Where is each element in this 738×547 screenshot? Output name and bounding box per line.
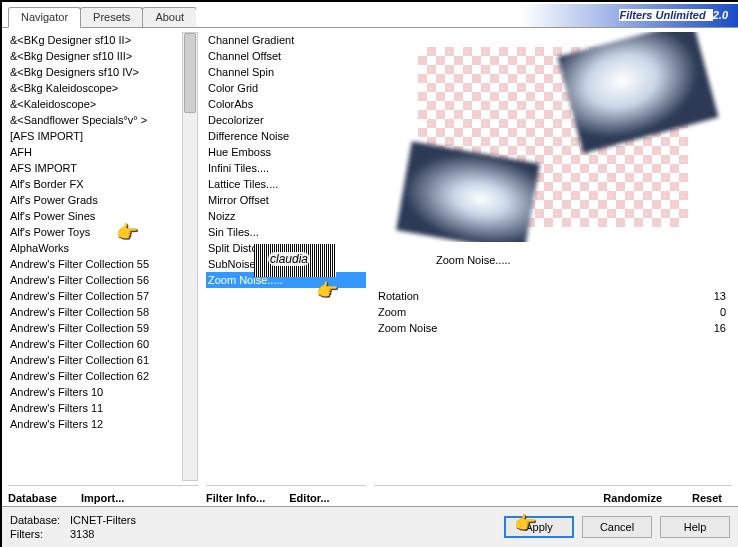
list-item[interactable]: Lattice Tiles.... [206, 176, 366, 192]
scrollbar-thumb[interactable] [184, 33, 196, 113]
list-item[interactable]: Andrew's Filters 12 [8, 416, 182, 432]
list-item[interactable]: Hue Emboss [206, 144, 366, 160]
database-button[interactable]: Database [8, 492, 57, 504]
list-item[interactable]: Alf's Power Toys [8, 224, 182, 240]
preview-effect [557, 32, 718, 153]
list-item[interactable]: &<Sandflower Specials°v° > [8, 112, 182, 128]
db-label: Database: [10, 513, 70, 527]
editor-button[interactable]: Editor... [289, 492, 329, 504]
list-item[interactable]: &<Bkg Kaleidoscope> [8, 80, 182, 96]
list-item[interactable]: Andrew's Filter Collection 62 [8, 368, 182, 384]
status-info: Database:ICNET-Filters Filters:3138 [10, 513, 136, 541]
list-item[interactable]: &<Bkg Designer sf10 III> [8, 48, 182, 64]
list-item[interactable]: Decolorizer [206, 112, 366, 128]
list-item[interactable]: Mirror Offset [206, 192, 366, 208]
title-text: Filters Unlimited [619, 9, 712, 21]
list-item[interactable]: AlphaWorks [8, 240, 182, 256]
param-value: 13 [714, 290, 726, 302]
db-value: ICNET-Filters [70, 514, 136, 526]
cancel-button[interactable]: Cancel [582, 516, 652, 538]
param-name: Rotation [378, 290, 419, 302]
tab-navigator[interactable]: Navigator [8, 7, 81, 28]
help-button[interactable]: Help [660, 516, 730, 538]
list-item[interactable]: Infini Tiles.... [206, 160, 366, 176]
list-item[interactable]: Sin Tiles... [206, 224, 366, 240]
tab-bar: Navigator Presets About Filters Unlimite… [2, 2, 738, 28]
title-version: 2.0 [713, 9, 728, 21]
randomize-button[interactable]: Randomize [603, 492, 662, 504]
param-value: 0 [720, 306, 726, 318]
list-item[interactable]: Noizz [206, 208, 366, 224]
filter-info-button[interactable]: Filter Info... [206, 492, 265, 504]
list-item[interactable]: Channel Spin [206, 64, 366, 80]
parameter-panel: Rotation13Zoom0Zoom Noise16 [374, 278, 732, 336]
param-row[interactable]: Zoom0 [378, 304, 726, 320]
list-item[interactable]: &<BKg Designer sf10 II> [8, 32, 182, 48]
list-item[interactable]: AFS IMPORT [8, 160, 182, 176]
param-row[interactable]: Zoom Noise16 [378, 320, 726, 336]
param-row[interactable]: Rotation13 [378, 288, 726, 304]
apply-button[interactable]: Apply [504, 516, 574, 538]
param-name: Zoom Noise [378, 322, 437, 334]
filters-count-value: 3138 [70, 528, 94, 540]
category-list[interactable]: &<BKg Designer sf10 II>&<Bkg Designer sf… [8, 32, 182, 481]
list-item[interactable]: Channel Gradient [206, 32, 366, 48]
selected-filter-name: Zoom Noise..... [336, 254, 732, 266]
tab-about[interactable]: About [142, 7, 197, 27]
list-item[interactable]: Alf's Border FX [8, 176, 182, 192]
list-item[interactable]: Alf's Power Sines [8, 208, 182, 224]
param-name: Zoom [378, 306, 406, 318]
list-item[interactable]: &<Kaleidoscope> [8, 96, 182, 112]
list-item[interactable]: AFH [8, 144, 182, 160]
list-item[interactable]: Andrew's Filter Collection 61 [8, 352, 182, 368]
list-item[interactable]: Andrew's Filter Collection 56 [8, 272, 182, 288]
filters-count-label: Filters: [10, 527, 70, 541]
import-button[interactable]: Import... [81, 492, 124, 504]
list-item[interactable]: Andrew's Filter Collection 60 [8, 336, 182, 352]
preview-image [418, 47, 688, 227]
preview-area [374, 32, 732, 242]
list-item[interactable]: Channel Offset [206, 48, 366, 64]
list-item[interactable]: Color Grid [206, 80, 366, 96]
list-item[interactable]: Alf's Power Grads [8, 192, 182, 208]
list-item[interactable]: ColorAbs [206, 96, 366, 112]
list-item[interactable]: Andrew's Filter Collection 58 [8, 304, 182, 320]
list-item[interactable]: Difference Noise [206, 128, 366, 144]
list-item[interactable]: Andrew's Filter Collection 57 [8, 288, 182, 304]
list-item[interactable]: &<Bkg Designers sf10 IV> [8, 64, 182, 80]
param-value: 16 [714, 322, 726, 334]
tab-presets[interactable]: Presets [80, 7, 143, 27]
category-scrollbar[interactable] [182, 32, 198, 481]
list-item[interactable]: Andrew's Filters 10 [8, 384, 182, 400]
author-logo [254, 244, 336, 277]
list-item[interactable]: Andrew's Filter Collection 55 [8, 256, 182, 272]
reset-button[interactable]: Reset [692, 492, 722, 504]
list-item[interactable]: Andrew's Filters 11 [8, 400, 182, 416]
list-item[interactable]: [AFS IMPORT] [8, 128, 182, 144]
preview-effect [396, 141, 540, 242]
app-title: Filters Unlimited 2.0 [196, 4, 738, 27]
list-item[interactable]: Andrew's Filter Collection 59 [8, 320, 182, 336]
